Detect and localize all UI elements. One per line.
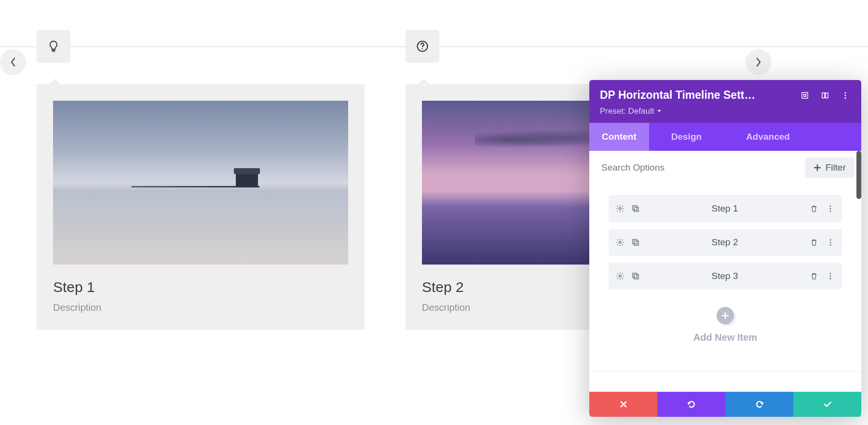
undo-icon bbox=[687, 399, 696, 409]
svg-rect-16 bbox=[633, 239, 637, 244]
svg-point-26 bbox=[830, 278, 831, 279]
item-menu-button[interactable] bbox=[826, 238, 835, 247]
expand-button[interactable] bbox=[800, 90, 810, 101]
tab-content[interactable]: Content bbox=[589, 123, 649, 151]
svg-point-12 bbox=[830, 205, 831, 207]
kebab-icon bbox=[826, 238, 835, 247]
item-menu-button[interactable] bbox=[826, 271, 835, 281]
timeline-next-button[interactable] bbox=[746, 49, 772, 75]
card-description: Description bbox=[53, 302, 348, 313]
plus-icon bbox=[722, 312, 729, 319]
tab-design[interactable]: Design bbox=[649, 123, 724, 151]
svg-rect-2 bbox=[802, 93, 808, 98]
kebab-icon bbox=[841, 91, 850, 100]
item-duplicate-button[interactable] bbox=[631, 271, 640, 281]
card-pointer bbox=[49, 79, 61, 84]
duplicate-icon bbox=[631, 272, 640, 280]
kebab-icon bbox=[826, 204, 835, 213]
save-button[interactable] bbox=[793, 392, 861, 417]
layout-icon bbox=[821, 91, 829, 100]
item-settings-button[interactable] bbox=[615, 238, 625, 247]
svg-rect-3 bbox=[804, 94, 806, 96]
svg-rect-11 bbox=[634, 207, 638, 212]
item-delete-button[interactable] bbox=[809, 238, 819, 247]
item-row[interactable]: Step 1 bbox=[609, 195, 842, 222]
tab-advanced[interactable]: Advanced bbox=[724, 123, 861, 151]
cancel-button[interactable] bbox=[589, 392, 657, 417]
svg-rect-23 bbox=[634, 275, 638, 279]
item-label: Step 2 bbox=[640, 237, 809, 248]
redo-button[interactable] bbox=[725, 392, 793, 417]
item-delete-button[interactable] bbox=[809, 271, 819, 281]
svg-point-14 bbox=[830, 211, 831, 212]
redo-icon bbox=[755, 399, 764, 409]
filter-label: Filter bbox=[826, 162, 846, 173]
trash-icon bbox=[810, 272, 818, 280]
svg-rect-5 bbox=[826, 93, 828, 98]
panel-menu-button[interactable] bbox=[840, 90, 851, 101]
item-row[interactable]: Step 3 bbox=[609, 263, 842, 290]
chevron-right-icon bbox=[756, 57, 761, 67]
lightbulb-icon bbox=[47, 40, 60, 53]
card-pointer bbox=[418, 79, 430, 84]
item-delete-button[interactable] bbox=[809, 204, 819, 213]
svg-point-9 bbox=[619, 208, 622, 210]
timeline-card-1[interactable]: Step 1 Description bbox=[37, 84, 365, 330]
filter-button[interactable]: Filter bbox=[805, 158, 854, 178]
check-icon bbox=[823, 399, 832, 409]
svg-point-1 bbox=[422, 48, 423, 49]
item-duplicate-button[interactable] bbox=[631, 238, 640, 247]
duplicate-icon bbox=[631, 204, 640, 213]
add-item-button[interactable] bbox=[717, 307, 734, 324]
svg-point-19 bbox=[830, 242, 831, 243]
trash-icon bbox=[810, 204, 818, 213]
close-icon bbox=[619, 399, 628, 409]
undo-button[interactable] bbox=[657, 392, 725, 417]
svg-rect-4 bbox=[822, 93, 825, 98]
svg-point-6 bbox=[845, 92, 846, 93]
search-input[interactable] bbox=[601, 162, 799, 173]
svg-point-13 bbox=[830, 208, 831, 210]
kebab-icon bbox=[826, 272, 835, 280]
item-duplicate-button[interactable] bbox=[631, 204, 640, 213]
chevron-left-icon bbox=[10, 57, 16, 67]
panel-title: DP Horizontal Timeline Sett… bbox=[600, 89, 790, 102]
scrollbar-thumb[interactable] bbox=[856, 151, 861, 199]
add-item-area: Add New Item bbox=[609, 296, 842, 359]
svg-rect-17 bbox=[634, 241, 638, 245]
snap-button[interactable] bbox=[820, 90, 830, 101]
plus-icon bbox=[814, 164, 821, 171]
duplicate-icon bbox=[631, 238, 640, 247]
gear-icon bbox=[616, 204, 624, 213]
svg-point-20 bbox=[830, 244, 831, 246]
expand-icon bbox=[800, 91, 809, 100]
gear-icon bbox=[616, 272, 624, 280]
item-label: Step 1 bbox=[640, 203, 809, 214]
add-item-label: Add New Item bbox=[609, 332, 842, 343]
search-bar: Filter bbox=[589, 151, 861, 185]
panel-footer bbox=[589, 392, 861, 417]
item-menu-button[interactable] bbox=[826, 204, 835, 213]
svg-point-18 bbox=[830, 239, 831, 240]
svg-point-8 bbox=[845, 97, 846, 98]
item-settings-button[interactable] bbox=[615, 204, 625, 213]
svg-point-21 bbox=[619, 275, 622, 278]
svg-point-25 bbox=[830, 276, 831, 277]
preset-label: Preset: Default bbox=[600, 106, 654, 116]
question-icon bbox=[416, 40, 429, 53]
preset-dropdown[interactable]: Preset: Default bbox=[600, 106, 851, 116]
caret-down-icon bbox=[657, 109, 662, 113]
card-title: Step 1 bbox=[53, 279, 348, 295]
card-image bbox=[53, 101, 348, 265]
panel-header[interactable]: DP Horizontal Timeline Sett… Preset: Def… bbox=[589, 80, 861, 123]
item-row[interactable]: Step 2 bbox=[609, 229, 842, 256]
settings-panel: DP Horizontal Timeline Sett… Preset: Def… bbox=[589, 80, 861, 417]
svg-point-7 bbox=[845, 94, 846, 96]
timeline-marker-1[interactable] bbox=[37, 30, 70, 63]
items-list: Step 1 bbox=[589, 185, 861, 371]
timeline-prev-button[interactable] bbox=[0, 49, 26, 75]
svg-point-24 bbox=[830, 273, 831, 274]
item-settings-button[interactable] bbox=[615, 271, 625, 281]
gear-icon bbox=[616, 238, 624, 247]
timeline-marker-2[interactable] bbox=[406, 30, 439, 63]
